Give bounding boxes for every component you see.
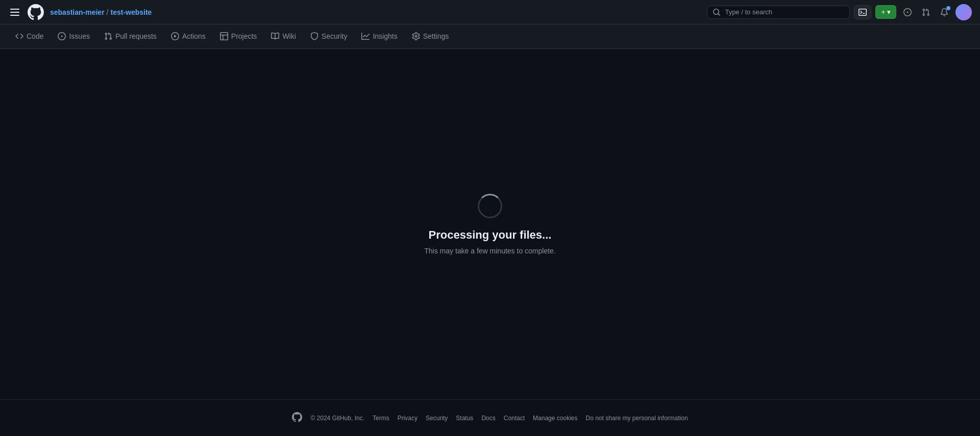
issues-button[interactable]	[900, 5, 915, 19]
loading-spinner	[478, 194, 502, 218]
tab-wiki-label: Wiki	[282, 32, 296, 40]
hamburger-button[interactable]	[8, 7, 21, 18]
tab-insights[interactable]: Insights	[354, 26, 404, 47]
processing-subtitle: This may take a few minutes to complete.	[424, 247, 556, 255]
new-button[interactable]: + ▾	[875, 5, 896, 19]
tab-actions-label: Actions	[182, 32, 206, 40]
command-palette-button[interactable]	[854, 5, 871, 19]
username-link[interactable]: sebastian-meier	[50, 8, 105, 16]
footer-link-contact[interactable]: Contact	[504, 415, 525, 422]
insights-icon	[361, 32, 370, 40]
tab-pull-requests-label: Pull requests	[115, 32, 157, 40]
search-bar[interactable]: Type / to search	[707, 6, 850, 19]
repo-name-link[interactable]: test-website	[111, 8, 152, 16]
footer-link-terms[interactable]: Terms	[373, 415, 389, 422]
circle-dot-icon	[903, 8, 912, 16]
repo-nav: Code Issues Pull requests Actions Projec…	[0, 24, 980, 49]
terminal-icon	[859, 8, 867, 16]
avatar[interactable]	[955, 4, 972, 20]
footer-link-manage-cookies[interactable]: Manage cookies	[533, 415, 577, 422]
tab-actions[interactable]: Actions	[164, 26, 213, 47]
tab-issues[interactable]: Issues	[51, 26, 96, 47]
projects-icon	[220, 32, 228, 40]
security-icon	[310, 32, 318, 40]
tab-projects-label: Projects	[231, 32, 257, 40]
git-pull-request-icon	[922, 8, 930, 16]
tab-code[interactable]: Code	[8, 26, 51, 47]
hamburger-icon	[10, 9, 19, 16]
footer: © 2024 GitHub, Inc. Terms Privacy Securi…	[0, 399, 980, 436]
tab-projects[interactable]: Projects	[213, 26, 264, 47]
tab-insights-label: Insights	[373, 32, 397, 40]
footer-link-do-not-share[interactable]: Do not share my personal information	[585, 415, 688, 422]
tab-pull-requests[interactable]: Pull requests	[97, 26, 164, 47]
footer-copyright: © 2024 GitHub, Inc.	[310, 415, 364, 422]
tab-settings[interactable]: Settings	[405, 26, 456, 47]
footer-link-privacy[interactable]: Privacy	[398, 415, 418, 422]
wiki-icon	[271, 32, 279, 40]
settings-icon	[412, 32, 420, 40]
tab-code-label: Code	[27, 32, 43, 40]
search-bar-text: Type / to search	[725, 8, 844, 16]
footer-link-docs[interactable]: Docs	[481, 415, 495, 422]
notification-dot	[946, 6, 950, 10]
code-icon	[15, 32, 23, 40]
top-nav-left: sebastian-meier / test-website	[8, 4, 701, 20]
notifications-button[interactable]	[937, 5, 951, 19]
tab-settings-label: Settings	[423, 32, 449, 40]
actions-icon	[171, 32, 179, 40]
top-navbar: sebastian-meier / test-website Type / to…	[0, 0, 980, 24]
search-icon	[713, 8, 721, 16]
footer-link-status[interactable]: Status	[456, 415, 473, 422]
footer-github-logo	[292, 412, 302, 424]
avatar-image	[955, 4, 972, 20]
footer-link-security[interactable]: Security	[426, 415, 448, 422]
github-logo[interactable]	[28, 4, 44, 20]
repo-path: sebastian-meier / test-website	[50, 8, 152, 16]
issues-icon	[58, 32, 66, 40]
main-content: Processing your files... This may take a…	[0, 49, 980, 399]
path-separator: /	[107, 8, 109, 16]
top-nav-right: Type / to search + ▾	[707, 4, 972, 20]
pull-request-icon	[104, 32, 112, 40]
processing-title: Processing your files...	[429, 228, 552, 242]
tab-wiki[interactable]: Wiki	[264, 26, 303, 47]
pull-requests-button[interactable]	[919, 5, 933, 19]
tab-security-label: Security	[322, 32, 348, 40]
tab-issues-label: Issues	[69, 32, 89, 40]
processing-container: Processing your files... This may take a…	[424, 194, 556, 255]
tab-security[interactable]: Security	[303, 26, 355, 47]
